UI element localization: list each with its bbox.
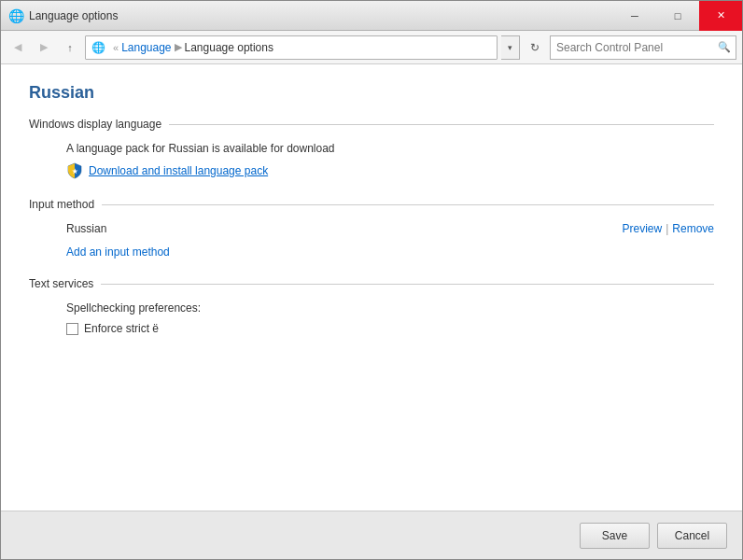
language-pack-info: A language pack for Russian is available… bbox=[66, 142, 714, 155]
window: 🌐 Language options ─ □ ✕ ◀ ▶ ↑ 🌐 « Langu… bbox=[0, 0, 743, 560]
address-dropdown-button[interactable]: ▾ bbox=[501, 35, 520, 60]
address-bar: ◀ ▶ ↑ 🌐 « Language ▶ Language options ▾ … bbox=[1, 31, 742, 64]
page-title: Russian bbox=[29, 83, 714, 103]
display-language-divider bbox=[169, 124, 714, 125]
save-button[interactable]: Save bbox=[580, 523, 650, 549]
text-services-label: Text services bbox=[29, 277, 101, 290]
breadcrumb-arrow: ▶ bbox=[175, 41, 182, 53]
breadcrumb-sep: « bbox=[113, 42, 119, 53]
text-services-body: Spellchecking preferences: Enforce stric… bbox=[29, 301, 714, 335]
back-button[interactable]: ◀ bbox=[7, 36, 29, 59]
title-bar: 🌐 Language options ─ □ ✕ bbox=[1, 1, 742, 31]
up-button[interactable]: ↑ bbox=[59, 36, 81, 59]
window-icon: 🌐 bbox=[8, 8, 23, 23]
enforce-strict-label: Enforce strict ë bbox=[84, 322, 159, 335]
main-content: Russian Windows display language A langu… bbox=[1, 64, 742, 511]
text-services-divider bbox=[101, 284, 714, 285]
text-services-header: Text services bbox=[29, 277, 714, 290]
action-separator: | bbox=[666, 222, 668, 235]
window-title: Language options bbox=[29, 9, 118, 22]
breadcrumb-icon: 🌐 bbox=[91, 40, 106, 55]
svg-text:★: ★ bbox=[72, 168, 78, 175]
input-method-section: Input method Russian Preview | Remove Ad… bbox=[29, 198, 714, 259]
enforce-strict-row: Enforce strict ë bbox=[66, 322, 714, 335]
cancel-button[interactable]: Cancel bbox=[657, 523, 727, 549]
spellcheck-label: Spellchecking preferences: bbox=[66, 301, 714, 315]
close-button[interactable]: ✕ bbox=[699, 1, 742, 31]
refresh-button[interactable]: ↻ bbox=[524, 36, 546, 59]
display-language-section: Windows display language A language pack… bbox=[29, 118, 714, 179]
input-method-row: Russian Preview | Remove bbox=[66, 222, 714, 235]
title-bar-controls: ─ □ ✕ bbox=[613, 1, 742, 31]
search-input[interactable] bbox=[551, 36, 713, 59]
input-method-body: Russian Preview | Remove Add an input me… bbox=[29, 222, 714, 259]
remove-link[interactable]: Remove bbox=[672, 222, 714, 235]
maximize-button[interactable]: □ bbox=[656, 1, 699, 31]
download-link-text[interactable]: Download and install language pack bbox=[89, 164, 268, 177]
text-services-section: Text services Spellchecking preferences:… bbox=[29, 277, 714, 335]
forward-button[interactable]: ▶ bbox=[33, 36, 55, 59]
shield-download-icon: ★ bbox=[66, 162, 83, 179]
input-method-actions: Preview | Remove bbox=[623, 222, 715, 235]
enforce-strict-checkbox[interactable] bbox=[66, 323, 78, 335]
search-icon[interactable]: 🔍 bbox=[713, 36, 736, 59]
input-method-name: Russian bbox=[66, 222, 106, 235]
breadcrumb-current: Language options bbox=[185, 41, 273, 54]
add-input-method-link[interactable]: Add an input method bbox=[66, 245, 170, 259]
input-method-header: Input method bbox=[29, 198, 714, 211]
breadcrumb: 🌐 « Language ▶ Language options bbox=[85, 35, 498, 60]
download-link[interactable]: ★ Download and install language pack bbox=[66, 162, 714, 179]
title-bar-left: 🌐 Language options bbox=[8, 8, 118, 23]
search-box: 🔍 bbox=[550, 35, 736, 60]
display-language-header: Windows display language bbox=[29, 118, 714, 131]
display-language-body: A language pack for Russian is available… bbox=[29, 142, 714, 179]
input-method-divider bbox=[102, 204, 714, 205]
input-method-label: Input method bbox=[29, 198, 102, 211]
minimize-button[interactable]: ─ bbox=[613, 1, 656, 31]
breadcrumb-parent[interactable]: Language bbox=[121, 41, 171, 54]
display-language-label: Windows display language bbox=[29, 118, 169, 131]
preview-link[interactable]: Preview bbox=[623, 222, 663, 235]
footer: Save Cancel bbox=[1, 511, 742, 559]
